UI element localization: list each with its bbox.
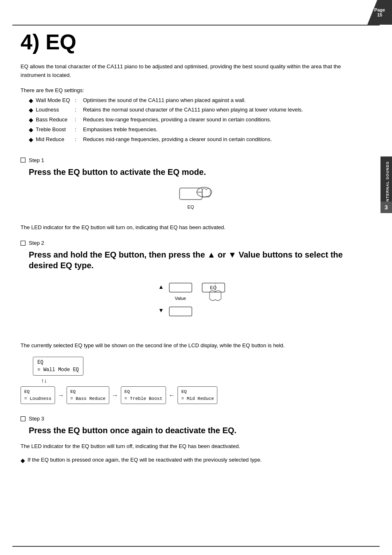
setting-desc: Reduces low-range frequencies, providing… — [83, 115, 271, 124]
step2-instruction: Press and hold the EQ button, then press… — [29, 249, 367, 271]
step1-header: Step 1 — [21, 157, 367, 163]
svg-text:EQ: EQ — [210, 285, 217, 290]
step2-header: Step 2 — [21, 240, 367, 246]
arrow-left-1: ← — [168, 392, 176, 399]
setting-colon: : — [75, 125, 83, 134]
list-item: ◆ Treble Boost : Emphasises treble frequ… — [29, 125, 367, 135]
page-tab: Page 15 — [367, 0, 392, 25]
lcd-mid-reduce: EQ= Mid Reduce — [178, 386, 217, 404]
svg-text:EQ: EQ — [187, 204, 194, 209]
bullet-icon: ◆ — [29, 135, 33, 145]
svg-rect-10 — [169, 307, 192, 316]
setting-desc: Optimises the sound of the CA111 piano w… — [83, 96, 246, 105]
top-divider — [12, 25, 380, 26]
intro-text: EQ allows the tonal character of the CA1… — [21, 63, 367, 80]
setting-name: Wall Mode EQ — [36, 96, 75, 105]
step1-diagram: EQ — [21, 184, 367, 217]
lcd-line1: EQ — [37, 360, 43, 365]
step3-checkbox — [21, 416, 25, 421]
lcd-loudness: EQ= Loudness — [21, 386, 55, 404]
setting-desc: Reduces mid-range frequencies, providing… — [83, 135, 272, 144]
main-content: 4) EQ EQ allows the tonal character of t… — [21, 30, 367, 482]
svg-text:▼: ▼ — [158, 307, 164, 313]
step3-bullet-text: If the EQ button is pressed once again, … — [28, 456, 262, 464]
step2-checkbox — [21, 241, 25, 246]
setting-colon: : — [75, 115, 83, 124]
step3-note: The LED indicator for the EQ button will… — [21, 442, 367, 451]
step3-label: Step 3 — [29, 416, 44, 422]
list-item: ◆ Loudness : Retains the normal sound ch… — [29, 105, 367, 115]
setting-colon: : — [75, 135, 83, 144]
svg-text:▲: ▲ — [158, 283, 164, 290]
list-item: ◆ Wall Mode EQ : Optimises the sound of … — [29, 96, 367, 106]
lcd-treble-boost: EQ= Treble Boost — [121, 386, 166, 404]
setting-name: Mid Reduce — [36, 135, 75, 144]
setting-name: Treble Boost — [36, 125, 75, 134]
side-tab-number: 3 — [380, 202, 392, 213]
list-item: ◆ Mid Reduce : Reduces mid-range frequen… — [29, 135, 367, 145]
lcd-arrows: ↑↓ — [41, 377, 367, 384]
lcd-bass-reduce: EQ= Bass Reduce — [67, 386, 109, 404]
step1-label: Step 1 — [29, 157, 44, 163]
step3-bullet-note: ◆ If the EQ button is pressed once again… — [21, 456, 367, 466]
bullet-icon: ◆ — [29, 115, 33, 125]
arrow-right-1: → — [57, 392, 65, 399]
svg-text:Value: Value — [175, 296, 186, 301]
setting-desc: Retains the normal sound character of th… — [83, 105, 303, 114]
bullet-icon: ◆ — [21, 456, 25, 466]
bullet-icon: ◆ — [29, 125, 33, 135]
step1-instruction: Press the EQ button to activate the EQ m… — [29, 167, 367, 177]
step1-note: The LED indicator for the EQ button will… — [21, 223, 367, 232]
value-eq-diagram: ▲ EQ Value ▼ — [149, 277, 239, 335]
side-tab-label: INTERNAL SOUNDS — [380, 156, 392, 208]
lcd-navigation-row: EQ= Loudness → EQ= Bass Reduce → EQ= Tre… — [21, 386, 367, 404]
page-number: 15 — [377, 12, 382, 17]
svg-rect-5 — [169, 283, 192, 292]
list-item: ◆ Bass Reduce : Reduces low-range freque… — [29, 115, 367, 125]
step2-note: The currently selected EQ type will be s… — [21, 341, 367, 350]
step1-checkbox — [21, 158, 25, 163]
page-title: 4) EQ — [21, 30, 367, 54]
lcd-line2: = Wall Mode EQ — [37, 367, 79, 373]
step3-header: Step 3 — [21, 416, 367, 422]
bullet-icon: ◆ — [29, 96, 33, 106]
svg-rect-0 — [180, 188, 202, 200]
step2-diagram: ▲ EQ Value ▼ — [21, 277, 367, 335]
settings-intro: There are five EQ settings: — [21, 87, 367, 93]
page-label: Page — [374, 7, 385, 12]
step3-instruction: Press the EQ button once again to deacti… — [29, 425, 367, 436]
lcd-area: EQ = Wall Mode EQ ↑↓ EQ= Loudness → EQ= … — [21, 357, 367, 404]
step2-label: Step 2 — [29, 240, 44, 246]
setting-desc: Emphasises treble frequencies. — [83, 125, 157, 134]
lcd-main-display: EQ = Wall Mode EQ — [33, 357, 83, 376]
bullet-icon: ◆ — [29, 105, 33, 115]
bottom-divider — [12, 546, 380, 547]
settings-list: ◆ Wall Mode EQ : Optimises the sound of … — [21, 96, 367, 145]
setting-colon: : — [75, 96, 83, 105]
setting-name: Bass Reduce — [36, 115, 75, 124]
eq-button-diagram: EQ — [167, 184, 221, 217]
setting-colon: : — [75, 105, 83, 114]
setting-name: Loudness — [36, 105, 75, 114]
arrow-right-2: → — [111, 392, 119, 399]
